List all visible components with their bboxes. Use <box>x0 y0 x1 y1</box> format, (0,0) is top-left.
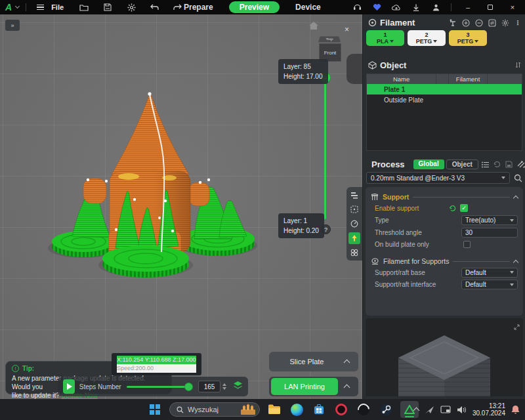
remove-filament-icon[interactable] <box>475 19 483 27</box>
game-launcher-icon[interactable] <box>356 402 371 417</box>
filament-2-dropdown-icon[interactable] <box>433 40 437 43</box>
steps-number-input[interactable] <box>198 381 220 392</box>
hamburger-menu-icon[interactable] <box>33 1 47 13</box>
support-raft-interface-dropdown[interactable]: Default <box>461 280 518 289</box>
layer-slider-track[interactable] <box>324 77 326 219</box>
undo-icon[interactable] <box>148 1 162 13</box>
support-view-icon[interactable] <box>348 232 360 244</box>
navigation-cube[interactable]: Top Front <box>319 34 341 62</box>
process-tab-object[interactable]: Object <box>446 159 478 169</box>
opera-gx-icon[interactable] <box>333 402 349 417</box>
save-icon[interactable] <box>100 1 115 13</box>
support-section-header[interactable]: Support <box>371 192 518 202</box>
filament-supports-section-header[interactable]: Filament for Supports <box>371 256 518 266</box>
search-highlight-image[interactable] <box>240 404 257 415</box>
cloud-upload-icon[interactable] <box>389 1 404 13</box>
advanced-mode-icon[interactable] <box>517 161 525 168</box>
layers-mode-icon[interactable] <box>233 381 243 392</box>
enable-support-checkbox[interactable]: ✓ <box>460 204 468 212</box>
steps-stepper[interactable] <box>222 383 226 390</box>
edge-browser-icon[interactable] <box>289 402 304 417</box>
taskbar-clock[interactable]: 13:21 30.07.2024 <box>472 402 505 417</box>
save-preset-icon[interactable] <box>505 161 513 168</box>
preset-dropdown-arrow-icon <box>501 177 505 179</box>
support-collapse-icon[interactable] <box>513 195 518 200</box>
filament-3-dropdown-icon[interactable] <box>474 40 478 43</box>
settings-gear-icon[interactable] <box>124 1 138 13</box>
tray-app-icon[interactable] <box>425 406 434 414</box>
print-options-chevron-icon[interactable] <box>344 385 350 391</box>
pattern-grid-icon[interactable] <box>348 247 360 259</box>
speed-value: Speed:200.00 <box>117 364 196 373</box>
search-preset-icon[interactable] <box>514 174 522 182</box>
app-logo[interactable]: A <box>5 1 12 14</box>
reset-history-icon[interactable] <box>494 161 501 168</box>
logo-dropdown-icon[interactable] <box>15 4 20 9</box>
file-menu[interactable]: File <box>51 3 64 11</box>
filament-more-menu-icon[interactable]: ⋮ <box>514 19 521 26</box>
layer-bottom-value: Layer: 1 <box>284 216 319 226</box>
steps-slider[interactable] <box>127 386 189 388</box>
filament-slot-3[interactable]: 3 PETG <box>449 30 487 46</box>
window-maximize-button[interactable] <box>482 1 499 14</box>
windows-start-button[interactable] <box>147 402 163 417</box>
microsoft-store-icon[interactable] <box>311 402 327 417</box>
preset-dropdown[interactable]: 0.20mm Standard @Ender-3 V3 <box>366 172 510 184</box>
lan-printing-button[interactable]: LAN Printing <box>271 378 338 395</box>
table-row-plate-1[interactable]: Plate 1 <box>367 84 522 94</box>
nav-cube-top-face[interactable]: Top <box>318 36 341 43</box>
filament-supports-icon <box>371 258 379 265</box>
window-minimize-button[interactable]: – <box>459 1 476 14</box>
support-raft-base-dropdown[interactable]: Default <box>461 268 518 278</box>
tab-preview[interactable]: Preview <box>229 1 280 13</box>
support-headset-icon[interactable] <box>350 1 364 13</box>
on-build-plate-checkbox[interactable] <box>463 241 471 248</box>
sync-filament-icon[interactable] <box>488 19 496 27</box>
add-filament-icon[interactable] <box>462 19 470 27</box>
slice-plate-button[interactable]: Slice Plate <box>269 352 358 371</box>
slice-options-chevron-icon[interactable] <box>344 360 350 366</box>
table-row-outside-plate[interactable]: Outside Plate <box>367 94 522 105</box>
volume-icon[interactable] <box>457 406 467 414</box>
speed-gauge-icon[interactable] <box>348 218 360 230</box>
filament-load-icon[interactable] <box>449 19 457 27</box>
cast-display-icon[interactable] <box>440 406 451 414</box>
file-explorer-icon[interactable] <box>266 402 282 417</box>
process-tab-global[interactable]: Global <box>413 159 444 169</box>
line-type-icon[interactable] <box>348 189 360 201</box>
search-icon <box>177 406 184 413</box>
window-close-button[interactable]: × <box>504 1 521 14</box>
steam-icon[interactable] <box>378 402 394 417</box>
filament-settings-gear-icon[interactable] <box>501 19 509 27</box>
plate-preview-thumbnail[interactable] <box>366 318 523 396</box>
revert-value-icon[interactable] <box>449 205 456 212</box>
viewport-3d[interactable]: » Top Front + ? Layer: 85 Height: 17.00 … <box>0 14 362 399</box>
expand-thumbnail-icon[interactable] <box>514 321 520 333</box>
user-account-icon[interactable] <box>429 1 443 13</box>
sidebar-collapse-button[interactable]: » <box>5 20 20 31</box>
support-type-dropdown[interactable]: Tree(auto) <box>461 215 518 225</box>
tip-close-icon[interactable]: × <box>345 25 349 34</box>
steps-slider-handle[interactable] <box>184 383 193 391</box>
object-table: Name Filament Plate 1 Outside Plate <box>366 74 522 151</box>
play-button[interactable] <box>63 379 75 394</box>
home-view-icon[interactable] <box>308 21 319 33</box>
premium-badge-icon[interactable] <box>369 1 384 13</box>
filament-slot-1[interactable]: 1 PLA <box>366 30 404 46</box>
tray-overflow-chevron-icon[interactable] <box>413 408 419 414</box>
param-list-icon[interactable] <box>482 161 489 168</box>
notification-bell-icon[interactable] <box>511 405 520 414</box>
download-icon[interactable] <box>409 1 423 13</box>
filament-1-dropdown-icon[interactable] <box>390 40 394 43</box>
filament-slot-2[interactable]: 2 PETG <box>408 30 446 46</box>
open-folder-icon[interactable] <box>77 1 91 13</box>
threshold-angle-input[interactable] <box>461 228 518 238</box>
filament-section-header: Filament ⋮ <box>368 18 521 28</box>
plate-outline-icon[interactable] <box>348 203 360 215</box>
tab-device[interactable]: Device <box>289 1 327 13</box>
support-raft-interface-row: Support/raft interface Default <box>371 279 518 291</box>
object-sort-icon[interactable] <box>515 60 521 70</box>
filament-supports-collapse-icon[interactable] <box>513 259 518 264</box>
taskbar-search[interactable]: Wyszukaj <box>169 402 260 417</box>
tab-prepare[interactable]: Prepare <box>177 1 220 13</box>
